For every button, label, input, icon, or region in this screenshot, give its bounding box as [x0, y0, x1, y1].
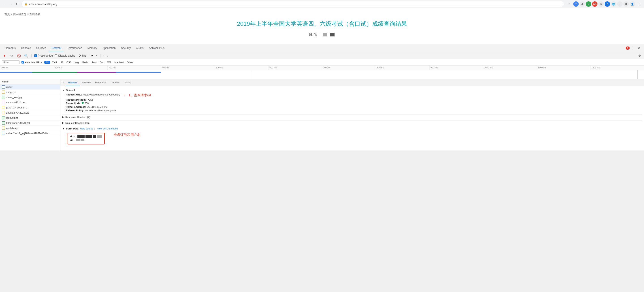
filter-ws[interactable]: WS: [106, 61, 112, 64]
filter-font[interactable]: Font: [90, 61, 98, 64]
filter-all[interactable]: All: [44, 61, 50, 64]
tick-1000ms: 1000 ms: [483, 65, 536, 70]
file-item-zhuge-js[interactable]: zhuge.js: [0, 90, 60, 95]
referrer-policy-key: Referrer Policy:: [66, 109, 84, 112]
preserve-log-checkbox[interactable]: Preserve log: [34, 54, 53, 57]
main-split: Name query zhuge.js share_xxw.jpg common…: [0, 79, 644, 150]
tick-600ms: 600 ms: [268, 65, 322, 70]
ext-user-icon[interactable]: U: [586, 1, 591, 7]
file-name-css: common2014.css: [6, 101, 26, 104]
general-section-header[interactable]: ▼ General: [62, 88, 642, 92]
request-url-row: Request URL: https://www.chsi.com.cn/cet…: [66, 93, 639, 97]
filter-xhr[interactable]: XHR: [51, 61, 59, 64]
annotation-form-label: 准考证号和用户名: [114, 133, 140, 137]
name-char2: [330, 33, 334, 36]
tab-headers[interactable]: Headers: [66, 79, 80, 86]
filter-css[interactable]: CSS: [65, 61, 73, 64]
devtools-close-button[interactable]: ✕: [636, 45, 642, 51]
request-headers-arrow-icon: ▶: [62, 121, 64, 124]
settings-button[interactable]: ⚙: [637, 53, 642, 58]
tab-application[interactable]: Application: [100, 44, 118, 52]
file-name-zhuge2: zhuge.js?v=2019722: [6, 111, 29, 114]
tick-1100ms: 1100 ms: [536, 65, 590, 70]
lock-icon: 🔒: [24, 2, 28, 5]
filter-doc[interactable]: Doc: [98, 61, 106, 64]
view-url-encoded-link[interactable]: view URL encoded: [97, 127, 118, 130]
search-button[interactable]: 🔍: [23, 53, 29, 58]
ext-globe-icon[interactable]: 🌐: [611, 1, 616, 7]
tab-performance[interactable]: Performance: [64, 44, 85, 52]
upload-button[interactable]: ↑: [103, 54, 105, 57]
remote-address-value: 36.110.136.74:443: [87, 105, 108, 108]
file-icon-css: [2, 101, 5, 104]
tab-timing[interactable]: Timing: [122, 79, 134, 86]
ext-a-icon[interactable]: A: [580, 1, 585, 7]
referrer-policy-value: no-referrer-when-downgrade: [85, 109, 116, 112]
tick-400ms: 400 ms: [161, 65, 214, 70]
filter-manifest[interactable]: Manifest: [113, 61, 125, 64]
address-bar[interactable]: 🔒 chsi.com.cn/cet/query: [22, 1, 564, 7]
back-button[interactable]: ←: [2, 1, 7, 7]
form-data-section: ▼ Form Data view source | view URL encod…: [62, 126, 642, 146]
filter-img[interactable]: Img: [74, 61, 80, 64]
stop-button[interactable]: ⊘: [9, 53, 14, 58]
file-item-share-jpg[interactable]: share_xxw.jpg: [0, 95, 60, 100]
tab-sources[interactable]: Sources: [34, 44, 49, 52]
filter-input[interactable]: [2, 60, 20, 64]
tab-console[interactable]: Console: [18, 44, 34, 52]
devtools-more-button[interactable]: ⋮: [630, 45, 636, 51]
tab-memory[interactable]: Memory: [85, 44, 100, 52]
ext-abp-icon[interactable]: AB: [592, 1, 598, 7]
file-item-title[interactable]: title2x.png?20170619: [0, 120, 60, 126]
reload-button[interactable]: ↻: [14, 1, 20, 7]
file-icon-zhuge2: [2, 111, 5, 114]
tab-elements[interactable]: Elements: [2, 44, 18, 52]
response-headers-label: Response Headers (7): [65, 116, 90, 118]
tab-preview[interactable]: Preview: [80, 79, 93, 86]
throttle-select[interactable]: Online Fast 3G Slow 3G Offline: [77, 53, 94, 58]
tab-cookies[interactable]: Cookies: [108, 79, 122, 86]
record-button[interactable]: ●: [2, 53, 7, 58]
ext-shield-icon[interactable]: 🛡: [598, 1, 604, 7]
response-headers-section[interactable]: ▶ Response Headers (7): [62, 114, 642, 119]
filter-bar: Hide data URLs All XHR JS CSS Img Media …: [0, 59, 644, 65]
request-headers-section[interactable]: ▶ Request Headers (16): [62, 120, 642, 125]
ext-profile-icon[interactable]: 👤: [630, 1, 635, 7]
ext-translate-icon[interactable]: T: [573, 1, 579, 7]
clear-button[interactable]: 🚫: [16, 53, 22, 58]
zkzh-val3: [93, 135, 96, 138]
tick-300ms: 300 ms: [108, 65, 161, 70]
bookmark-button[interactable]: ☆: [566, 1, 572, 7]
tab-adblock[interactable]: Adblock Plus: [146, 44, 167, 52]
filter-other[interactable]: Other: [126, 61, 134, 64]
forward-button[interactable]: →: [8, 1, 14, 7]
annotation-url-label: 1、查询请求url: [129, 93, 151, 97]
file-item-collect[interactable]: collect?v=1&_v=j78&a=461851415&t=...: [0, 131, 60, 136]
chrome-menu-button[interactable]: ⋮: [636, 1, 642, 7]
file-item-js-ua[interactable]: js?id=UA-100524-1: [0, 105, 60, 110]
filter-media[interactable]: Media: [80, 61, 90, 64]
browser-chrome: ← → ↻ 🔒 chsi.com.cn/cet/query ☆ T A U AB…: [0, 0, 644, 150]
ext-gear-icon[interactable]: ⚙: [624, 1, 629, 7]
tab-response[interactable]: Response: [93, 79, 108, 86]
hide-data-urls-toggle[interactable]: Hide data URLs: [22, 61, 42, 64]
tab-audits[interactable]: Audits: [133, 44, 146, 52]
file-item-analytics[interactable]: analytics.js: [0, 126, 60, 131]
file-item-zhuge2[interactable]: zhuge.js?v=2019722: [0, 110, 60, 115]
detail-close-button[interactable]: ×: [62, 81, 64, 84]
ext-p-icon[interactable]: P: [604, 1, 610, 7]
disable-cache-checkbox[interactable]: Disable cache: [54, 54, 75, 57]
tab-network[interactable]: Network: [49, 44, 64, 52]
tab-security[interactable]: Security: [118, 44, 133, 52]
file-icon-query: [2, 85, 5, 88]
file-item-query[interactable]: query: [0, 84, 60, 90]
name-label: 姓 名：: [309, 32, 321, 37]
form-data-box: zkzh: xm: .: [68, 133, 105, 144]
filter-js[interactable]: JS: [59, 61, 65, 64]
download-button[interactable]: ↓: [106, 54, 108, 57]
file-item-logo[interactable]: logo2x.png: [0, 115, 60, 120]
filter-types: All XHR JS CSS Img Media Font Doc WS Man…: [44, 61, 134, 64]
ext-arrow-icon[interactable]: ↓: [617, 1, 622, 7]
file-item-common-css[interactable]: common2014.css: [0, 100, 60, 105]
view-source-link[interactable]: view source: [80, 127, 93, 130]
